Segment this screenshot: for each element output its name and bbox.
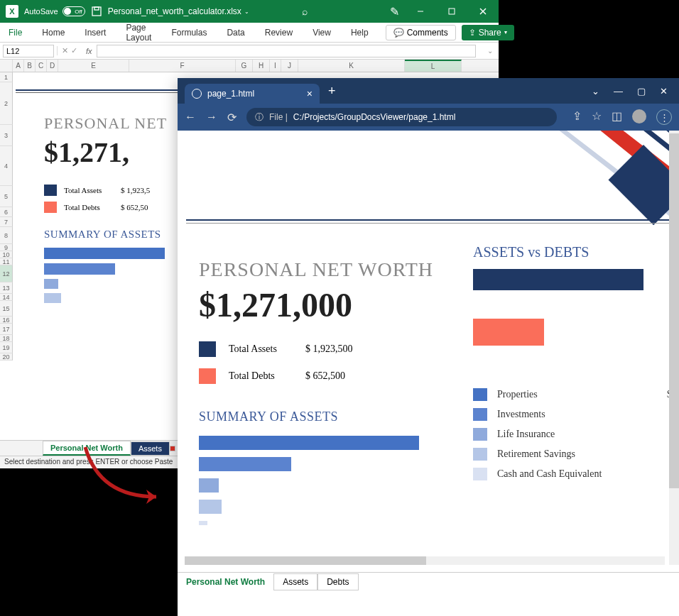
html-tab-networth[interactable]: Personal Net Worth bbox=[178, 574, 273, 590]
chevron-down-icon: ⌄ bbox=[244, 9, 249, 15]
row-header-selected[interactable]: 12 bbox=[0, 265, 13, 282]
cell-reference-input[interactable] bbox=[3, 45, 54, 57]
row-header[interactable]: 2 bbox=[0, 82, 13, 125]
minimize-button[interactable] bbox=[411, 1, 430, 21]
column-header[interactable]: B bbox=[24, 60, 36, 72]
column-header[interactable]: F bbox=[129, 60, 236, 72]
row-header[interactable]: 6 bbox=[0, 207, 13, 217]
column-header[interactable]: C bbox=[36, 60, 47, 72]
share-page-icon[interactable]: ⇪ bbox=[572, 109, 582, 125]
row-header[interactable]: 13 bbox=[0, 282, 13, 294]
ribbon-tab-data[interactable]: Data bbox=[224, 25, 247, 40]
row-header[interactable]: 11 bbox=[0, 258, 13, 265]
column-header[interactable]: J bbox=[281, 60, 298, 72]
legend-swatch-assets bbox=[44, 185, 57, 196]
asset-bar bbox=[199, 500, 222, 514]
close-button[interactable] bbox=[473, 1, 493, 21]
avd-assets-bar bbox=[473, 269, 643, 290]
row-header[interactable]: 20 bbox=[0, 353, 13, 361]
new-tab-button[interactable]: + bbox=[328, 84, 336, 99]
fx-icon[interactable]: fx bbox=[82, 47, 97, 55]
url-field[interactable]: ⓘ File | C:/Projects/GroupDocsViewer/pag… bbox=[246, 108, 557, 126]
sheet-tab-debts[interactable] bbox=[170, 446, 175, 451]
search-icon[interactable]: ⌕ bbox=[302, 6, 308, 17]
ribbon-tab-home[interactable]: Home bbox=[39, 25, 67, 40]
info-icon: ⓘ bbox=[255, 111, 264, 123]
column-header[interactable]: I bbox=[270, 60, 281, 72]
reload-button[interactable]: ⟳ bbox=[227, 111, 237, 124]
asset-bars-chart bbox=[199, 436, 469, 525]
html-tab-debts[interactable]: Debts bbox=[317, 573, 358, 590]
pencil-icon[interactable]: ✎ bbox=[390, 5, 399, 18]
close-tab-icon[interactable]: × bbox=[307, 88, 313, 99]
browser-tab[interactable]: page_1.html × bbox=[185, 84, 320, 104]
ribbon-tab-formulas[interactable]: Formulas bbox=[168, 25, 210, 40]
formula-bar-icons: ✕✓ bbox=[57, 46, 82, 55]
comments-button[interactable]: 💬Comments bbox=[386, 25, 456, 40]
back-button[interactable]: ← bbox=[185, 111, 196, 123]
column-header[interactable]: A bbox=[13, 60, 24, 72]
row-header[interactable]: 5 bbox=[0, 186, 13, 207]
row-header[interactable]: 19 bbox=[0, 342, 13, 353]
chevron-down-icon[interactable]: ⌄ bbox=[592, 86, 599, 97]
formula-input[interactable] bbox=[97, 45, 476, 57]
column-headers: A B C D E F G H I J K L bbox=[0, 60, 499, 72]
column-header[interactable]: H bbox=[253, 60, 270, 72]
row-header[interactable]: 4 bbox=[0, 146, 13, 186]
horizontal-scrollbar[interactable] bbox=[185, 556, 665, 565]
row-header[interactable]: 16 bbox=[0, 317, 13, 324]
expand-icon[interactable]: ⌄ bbox=[482, 47, 499, 55]
column-header[interactable]: G bbox=[236, 60, 253, 72]
row-header[interactable]: 9 bbox=[0, 244, 13, 251]
vertical-scrollbar[interactable] bbox=[669, 131, 679, 565]
row-header[interactable]: 8 bbox=[0, 227, 13, 244]
close-button[interactable]: ✕ bbox=[660, 86, 668, 97]
ribbon-tab-review[interactable]: Review bbox=[262, 25, 295, 40]
row-header[interactable]: 15 bbox=[0, 301, 13, 317]
profile-icon[interactable] bbox=[632, 109, 646, 123]
bookmark-icon[interactable]: ☆ bbox=[592, 109, 602, 125]
ribbon-tab-pagelayout[interactable]: Page Layout bbox=[123, 20, 154, 45]
sheet-tab-assets[interactable]: Assets bbox=[131, 441, 170, 456]
reading-list-icon[interactable]: ◫ bbox=[612, 109, 622, 125]
column-header[interactable]: E bbox=[58, 60, 129, 72]
row-header[interactable]: 1 bbox=[0, 72, 13, 82]
forward-button[interactable]: → bbox=[206, 111, 217, 123]
legend-swatch-debts bbox=[199, 368, 216, 384]
row-header[interactable]: 3 bbox=[0, 125, 13, 146]
ribbon-tab-insert[interactable]: Insert bbox=[82, 25, 109, 40]
cancel-icon[interactable]: ✕ bbox=[62, 46, 68, 55]
row-header[interactable]: 18 bbox=[0, 335, 13, 342]
minimize-button[interactable]: ― bbox=[614, 86, 623, 97]
share-icon: ⇪ bbox=[469, 28, 476, 38]
row-header[interactable]: 17 bbox=[0, 324, 13, 335]
maximize-button[interactable]: ▢ bbox=[637, 86, 646, 97]
maximize-button[interactable] bbox=[442, 1, 462, 21]
column-header[interactable]: D bbox=[47, 60, 58, 72]
legend-swatch bbox=[473, 428, 487, 441]
browser-viewport: PERSONAL NET WORTH $1,271,000 Total Asse… bbox=[178, 131, 679, 590]
save-icon[interactable] bbox=[91, 6, 102, 17]
ribbon-tab-file[interactable]: File bbox=[6, 25, 25, 40]
column-header[interactable]: K bbox=[298, 60, 405, 72]
autosave-control[interactable]: AutoSave Off bbox=[24, 6, 85, 16]
document-title[interactable]: Personal_net_worth_calculator.xlsx ⌄ bbox=[108, 6, 249, 16]
select-all-corner[interactable] bbox=[0, 60, 13, 72]
net-worth-amount: $1,271,000 bbox=[199, 285, 469, 324]
tab-title: page_1.html bbox=[207, 89, 254, 99]
row-header[interactable]: 10 bbox=[0, 251, 13, 258]
menu-button[interactable]: ⋮ bbox=[656, 109, 672, 125]
autosave-toggle[interactable]: Off bbox=[63, 6, 85, 16]
row-header[interactable]: 14 bbox=[0, 294, 13, 301]
column-header-selected[interactable]: L bbox=[405, 60, 462, 72]
browser-tabbar: page_1.html × + ⌄ ― ▢ ✕ bbox=[178, 78, 679, 104]
check-icon[interactable]: ✓ bbox=[71, 46, 77, 55]
html-tab-assets[interactable]: Assets bbox=[273, 573, 317, 590]
ribbon-tab-view[interactable]: View bbox=[310, 25, 334, 40]
share-button[interactable]: ⇪Share▾ bbox=[462, 25, 514, 40]
row-header[interactable]: 7 bbox=[0, 217, 13, 227]
sheet-tab-networth[interactable]: Personal Net Worth bbox=[43, 441, 131, 456]
total-debts-value: $ 652,50 bbox=[121, 203, 148, 211]
total-assets-label: Total Assets bbox=[64, 186, 114, 194]
ribbon-tab-help[interactable]: Help bbox=[348, 25, 371, 40]
